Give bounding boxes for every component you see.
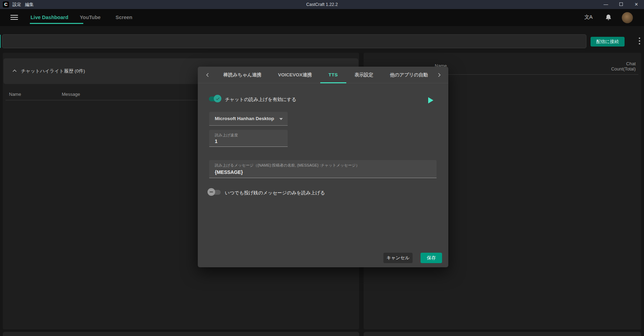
kebab-menu-icon[interactable] <box>639 37 640 46</box>
tabs-scroll-right-icon[interactable] <box>436 72 443 78</box>
tab-other-apps[interactable]: 他のアプリの自動 <box>382 67 431 83</box>
tab-tts[interactable]: TTS <box>320 67 346 83</box>
maximize-button[interactable] <box>613 0 629 9</box>
minimize-button[interactable]: — <box>598 0 613 9</box>
avatar[interactable] <box>622 12 633 23</box>
stream-url-input[interactable] <box>2 34 586 48</box>
speech-message-value: {MESSAGE} <box>215 169 243 175</box>
toggle-thumb-unchecked-icon <box>207 188 215 196</box>
window-title: CastCraft 1.22.2 <box>0 0 644 9</box>
active-tab-underline <box>30 23 83 24</box>
navbar: Live Dashboard YouTube Screen 文A <box>0 9 644 26</box>
toggle-thumb-checked-icon <box>214 95 221 102</box>
connect-stream-button[interactable]: 配信に接続 <box>591 37 625 47</box>
tab-bouyomichan[interactable]: 棒読みちゃん連携 <box>215 67 270 83</box>
superchat-only-label: いつでも投げ銭のメッセージのみを読み上げる <box>225 190 325 196</box>
voice-select-value: Microsoft Hanhan Desktop <box>215 112 274 126</box>
superchat-only-toggle[interactable] <box>207 188 223 196</box>
speech-message-label: 読み上げるメッセージ（{NAME}:投稿者の名前, {MESSAGE} :チャッ… <box>215 163 359 168</box>
enable-tts-label: チャットの読み上げを有効にする <box>225 96 296 103</box>
drawer-edge-indicator <box>0 35 1 48</box>
caret-down-icon <box>279 118 283 120</box>
enable-tts-toggle[interactable] <box>207 94 223 103</box>
bottom-card-left <box>3 332 359 336</box>
app-window: C 設定 編集 CastCraft 1.22.2 — ✕ Live Dashbo… <box>0 0 644 336</box>
tab-screen[interactable]: Screen <box>116 9 132 26</box>
bell-icon[interactable] <box>605 14 612 21</box>
speech-speed-field[interactable]: 読み上げ速度 1 <box>209 130 288 147</box>
column-header-message: Message <box>62 92 80 97</box>
cancel-button[interactable]: キャンセル <box>383 253 413 263</box>
tabs-scroll-left-icon[interactable] <box>204 72 211 78</box>
chat-highlight-title: チャットハイライト履歴 (0件) <box>21 58 85 84</box>
settings-dialog: 棒読みちゃん連携 VOICEVOX連携 TTS 表示設定 他のアプリの自動 チャ… <box>198 67 448 267</box>
save-button[interactable]: 保存 <box>421 253 442 263</box>
dialog-tabbar: 棒読みちゃん連携 VOICEVOX連携 TTS 表示設定 他のアプリの自動 <box>198 67 448 83</box>
column-header-chat-count: Chat Count(Total) <box>604 61 636 72</box>
chevron-up-icon[interactable] <box>11 67 18 74</box>
tab-youtube[interactable]: YouTube <box>80 9 101 26</box>
dialog-tabs-strip: 棒読みちゃん連携 VOICEVOX連携 TTS 表示設定 他のアプリの自動 <box>215 67 431 83</box>
voice-select[interactable]: Microsoft Hanhan Desktop <box>209 112 288 126</box>
close-button[interactable]: ✕ <box>629 0 644 9</box>
speech-message-field[interactable]: 読み上げるメッセージ（{NAME}:投稿者の名前, {MESSAGE} :チャッ… <box>209 160 437 178</box>
speech-speed-value: 1 <box>215 138 218 144</box>
bottom-card-right <box>364 332 641 336</box>
play-icon[interactable] <box>428 97 433 103</box>
tab-display-settings[interactable]: 表示設定 <box>346 67 382 83</box>
titlebar: C 設定 編集 CastCraft 1.22.2 — ✕ <box>0 0 644 9</box>
speech-speed-label: 読み上げ速度 <box>215 133 238 138</box>
translate-icon[interactable]: 文A <box>584 14 592 20</box>
tab-voicevox[interactable]: VOICEVOX連携 <box>270 67 320 83</box>
maximize-icon <box>619 2 623 6</box>
column-header-name: Name <box>9 92 21 97</box>
hamburger-menu-icon[interactable] <box>10 15 18 20</box>
